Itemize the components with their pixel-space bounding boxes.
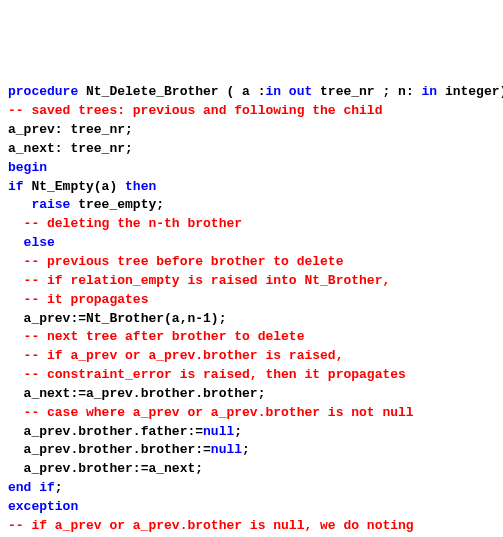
indent	[8, 442, 24, 457]
indent	[8, 273, 24, 288]
code-line: a_prev.brother.brother:=null;	[8, 441, 495, 460]
indent	[8, 386, 24, 401]
code-token: -- if a_prev or a_prev.brother is null, …	[8, 518, 414, 533]
code-line: if Nt_Empty(a) then	[8, 178, 495, 197]
code-token: -- if a_prev or a_prev.brother is raised…	[24, 348, 344, 363]
code-token: -- saved trees: previous and following t…	[8, 103, 382, 118]
code-line: -- if a_prev or a_prev.brother is raised…	[8, 347, 495, 366]
code-line: -- previous tree before brother to delet…	[8, 253, 495, 272]
code-line: a_prev.brother.father:=null;	[8, 423, 495, 442]
code-line: -- next tree after brother to delete	[8, 328, 495, 347]
code-token: ;	[55, 480, 63, 495]
indent	[8, 311, 24, 326]
code-token: else	[24, 235, 55, 250]
indent	[8, 424, 24, 439]
indent	[8, 197, 31, 212]
code-token: exception	[8, 499, 78, 514]
code-token: null	[211, 442, 242, 457]
code-token: -- next tree after brother to delete	[24, 329, 305, 344]
code-line: -- it propagates	[8, 291, 495, 310]
code-token: procedure	[8, 84, 86, 99]
code-token: a_prev:=Nt_Brother(a,n-1);	[24, 311, 227, 326]
code-token: tree_nr ; n:	[320, 84, 421, 99]
code-token: ;	[242, 442, 250, 457]
code-line: exception	[8, 498, 495, 517]
code-line: -- deleting the n-th brother	[8, 215, 495, 234]
code-token: if	[8, 179, 31, 194]
code-token: in out	[265, 84, 320, 99]
code-line: a_prev: tree_nr;	[8, 121, 495, 140]
indent	[8, 254, 24, 269]
indent	[8, 405, 24, 420]
code-line: a_next:=a_prev.brother.brother;	[8, 385, 495, 404]
code-line: a_prev:=Nt_Brother(a,n-1);	[8, 310, 495, 329]
code-listing: procedure Nt_Delete_Brother ( a :in out …	[8, 83, 495, 537]
code-line: -- saved trees: previous and following t…	[8, 102, 495, 121]
code-token: then	[125, 179, 156, 194]
code-line: begin	[8, 159, 495, 178]
code-token: -- if relation_empty is raised into Nt_B…	[24, 273, 391, 288]
code-line: -- if relation_empty is raised into Nt_B…	[8, 272, 495, 291]
code-token: a_prev: tree_nr;	[8, 122, 133, 137]
code-token: -- previous tree before brother to delet…	[24, 254, 344, 269]
code-token: null	[203, 424, 234, 439]
code-token: integer)	[445, 84, 503, 99]
indent	[8, 461, 24, 476]
code-token: -- case where a_prev or a_prev.brother i…	[24, 405, 414, 420]
code-token: a_next: tree_nr;	[8, 141, 133, 156]
code-token: begin	[8, 160, 47, 175]
code-token: Nt_Empty(a)	[31, 179, 125, 194]
code-line: a_next: tree_nr;	[8, 140, 495, 159]
indent	[8, 292, 24, 307]
code-line: end if;	[8, 479, 495, 498]
code-line: -- if a_prev or a_prev.brother is null, …	[8, 517, 495, 536]
code-token: -- it propagates	[24, 292, 149, 307]
code-token: a_prev.brother.father:=	[24, 424, 203, 439]
code-token: a_next:=a_prev.brother.brother;	[24, 386, 266, 401]
code-token: in	[421, 84, 444, 99]
code-line: -- case where a_prev or a_prev.brother i…	[8, 404, 495, 423]
indent	[8, 216, 24, 231]
code-token: a_prev.brother:=a_next;	[24, 461, 203, 476]
code-line: else	[8, 234, 495, 253]
code-token: ;	[234, 424, 242, 439]
code-token: end if	[8, 480, 55, 495]
code-line: raise tree_empty;	[8, 196, 495, 215]
code-line: procedure Nt_Delete_Brother ( a :in out …	[8, 83, 495, 102]
code-line: a_prev.brother:=a_next;	[8, 460, 495, 479]
indent	[8, 235, 24, 250]
code-token: raise	[31, 197, 78, 212]
code-token: a_prev.brother.brother:=	[24, 442, 211, 457]
code-line: -- constraint_error is raised, then it p…	[8, 366, 495, 385]
code-token: Nt_Delete_Brother ( a :	[86, 84, 265, 99]
indent	[8, 348, 24, 363]
code-token: tree_empty;	[78, 197, 164, 212]
indent	[8, 367, 24, 382]
code-token: -- deleting the n-th brother	[24, 216, 242, 231]
indent	[8, 329, 24, 344]
code-token: -- constraint_error is raised, then it p…	[24, 367, 406, 382]
